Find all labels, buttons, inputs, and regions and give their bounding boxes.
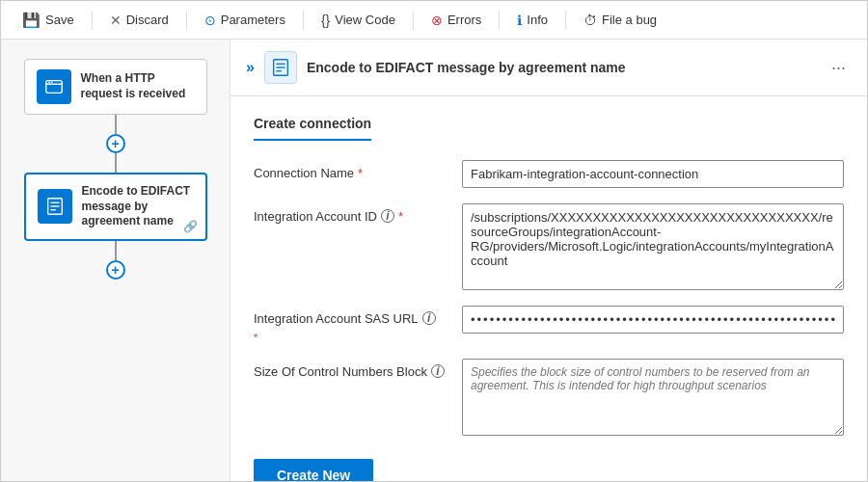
parameters-label: Parameters	[221, 13, 285, 27]
http-request-icon-box	[37, 69, 71, 104]
toolbar-separator-3	[303, 11, 304, 30]
size-control-label: Size Of Control Numbers Block	[254, 364, 427, 379]
more-options-icon[interactable]: ···	[826, 58, 852, 78]
edifact-icon	[44, 196, 66, 217]
errors-button[interactable]: ⊗ Errors	[421, 9, 491, 32]
errors-label: Errors	[448, 13, 481, 27]
toolbar-separator-6	[565, 11, 566, 30]
integration-account-sas-row: Integration Account SAS URL i *	[254, 306, 844, 343]
edifact-label: Encode to EDIFACT message by agreement n…	[82, 184, 194, 229]
step-header-title: Encode to EDIFACT message by agreement n…	[307, 60, 816, 75]
integration-account-id-label: Integration Account ID	[254, 209, 377, 224]
viewcode-icon: {}	[321, 13, 330, 28]
connection-name-required: *	[358, 166, 363, 180]
form-panel: » Encode to EDIFACT message by agreement…	[231, 40, 867, 482]
step-header: » Encode to EDIFACT message by agreement…	[231, 40, 867, 96]
save-button[interactable]: 💾 Save	[13, 8, 84, 33]
info-label: Info	[527, 13, 548, 27]
toolbar-separator-5	[499, 11, 500, 30]
step-header-icon-box	[264, 51, 297, 84]
create-connection-section: Create connection Connection Name * Inte…	[231, 96, 867, 482]
connection-name-input[interactable]	[462, 160, 844, 188]
parameters-button[interactable]: ⊙ Parameters	[195, 9, 295, 32]
toolbar-separator-1	[92, 11, 93, 30]
workflow-canvas: When a HTTP request is received + Encode…	[1, 40, 231, 482]
svg-point-2	[50, 82, 52, 84]
size-control-label-container: Size Of Control Numbers Block i	[254, 359, 447, 379]
step-edifact[interactable]: Encode to EDIFACT message by agreement n…	[24, 173, 207, 241]
http-request-icon	[43, 76, 65, 97]
svg-point-1	[48, 82, 50, 84]
integration-account-id-input[interactable]: /subscriptions/XXXXXXXXXXXXXXXXXXXXXXXXX…	[462, 203, 844, 290]
create-connection-title: Create connection	[254, 116, 371, 141]
integration-account-id-info-icon[interactable]: i	[381, 209, 394, 223]
discard-icon: ✕	[110, 13, 122, 28]
integration-account-id-row: Integration Account ID i * /subscription…	[254, 203, 844, 290]
parameters-icon: ⊙	[204, 13, 216, 28]
connection-name-label: Connection Name	[254, 166, 354, 180]
connector-3	[115, 241, 117, 260]
expand-arrows-icon: »	[246, 59, 255, 76]
size-control-row: Size Of Control Numbers Block i	[254, 359, 844, 436]
connection-name-row: Connection Name *	[254, 160, 844, 188]
info-icon: ℹ	[517, 13, 522, 28]
integration-account-id-label-container: Integration Account ID i *	[254, 203, 447, 224]
step-http-request[interactable]: When a HTTP request is received	[24, 59, 207, 115]
size-control-input[interactable]	[462, 359, 844, 436]
edifact-icon-box	[38, 189, 72, 224]
connection-name-label-container: Connection Name *	[254, 160, 447, 180]
main-area: When a HTTP request is received + Encode…	[1, 40, 867, 482]
integration-account-id-required: *	[398, 209, 403, 224]
integration-account-sas-label-container: Integration Account SAS URL i *	[254, 306, 447, 343]
discard-label: Discard	[126, 13, 169, 27]
info-button[interactable]: ℹ Info	[507, 9, 557, 32]
save-icon: 💾	[22, 12, 41, 29]
link-icon: 🔗	[183, 220, 198, 233]
toolbar: 💾 Save ✕ Discard ⊙ Parameters {} View Co…	[1, 1, 867, 40]
viewcode-label: View Code	[335, 13, 395, 27]
connector-1	[115, 115, 117, 134]
create-new-button[interactable]: Create New	[254, 459, 373, 482]
integration-account-sas-input[interactable]	[462, 306, 844, 334]
integration-account-sas-label: Integration Account SAS URL	[254, 311, 419, 326]
errors-icon: ⊗	[431, 13, 443, 28]
toolbar-separator-2	[186, 11, 187, 30]
discard-button[interactable]: ✕ Discard	[100, 9, 178, 32]
filebug-icon: ⏱	[583, 13, 597, 28]
connector-2	[115, 153, 117, 173]
filebug-label: File a bug	[602, 13, 657, 27]
http-request-label: When a HTTP request is received	[81, 71, 195, 101]
integration-account-sas-info-icon[interactable]: i	[422, 311, 436, 325]
create-btn-row: Create New	[254, 451, 844, 482]
size-control-info-icon[interactable]: i	[431, 364, 445, 378]
save-label: Save	[45, 13, 74, 27]
filebug-button[interactable]: ⏱ File a bug	[574, 9, 666, 32]
viewcode-button[interactable]: {} View Code	[312, 9, 405, 32]
step-header-edifact-icon	[270, 57, 291, 78]
add-step-btn-1[interactable]: +	[106, 134, 125, 153]
integration-account-sas-required-marker: *	[254, 332, 447, 343]
add-step-btn-2[interactable]: +	[106, 260, 125, 280]
toolbar-separator-4	[413, 11, 414, 30]
